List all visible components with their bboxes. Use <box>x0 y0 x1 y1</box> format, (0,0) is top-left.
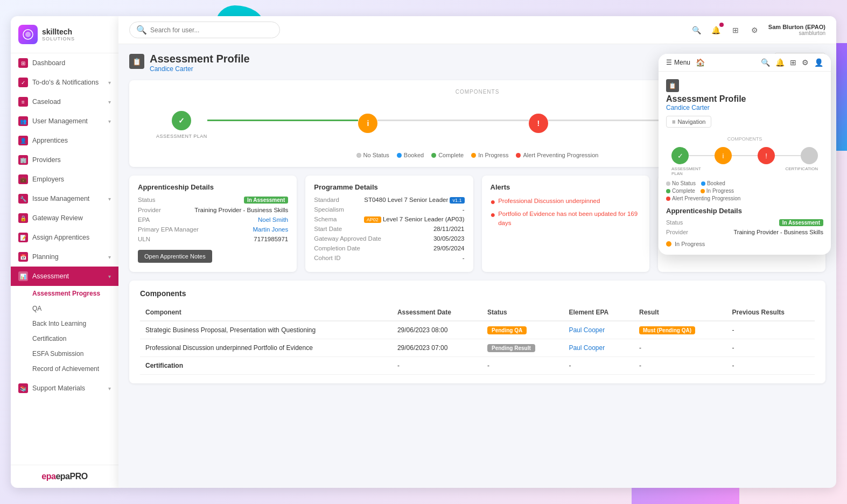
mobile-label-cert: CERTIFICATION <box>785 166 818 176</box>
mobile-settings-icon[interactable]: ⚙ <box>802 58 809 67</box>
mobile-legend-in-progress: In Progress <box>701 188 734 194</box>
sidebar-subitem-assessment-progress[interactable]: Assessment Progress <box>11 286 118 301</box>
step-3: ! <box>529 114 548 136</box>
mobile-user-icon[interactable]: 👤 <box>814 58 823 67</box>
table-row: Professional Discussion underpinned Port… <box>140 339 815 357</box>
col-assessment-date: Assessment Date <box>392 304 482 321</box>
sidebar-subitem-qa[interactable]: QA <box>11 301 118 316</box>
sidebar-item-todos[interactable]: ✓ To-do's & Notifications ▾ <box>11 73 118 92</box>
mobile-home-icon[interactable]: 🏠 <box>696 58 705 67</box>
alerts-card: Alerts ● Professional Discussion underpi… <box>482 176 649 272</box>
completion-date-value: 29/05/2024 <box>433 245 465 251</box>
mobile-menu-btn[interactable]: ☰ Menu <box>666 59 690 66</box>
mobile-body: 📋 Assessment Profile Candice Carter ≡ Na… <box>659 72 831 255</box>
mobile-grid-icon[interactable]: ⊞ <box>790 58 796 67</box>
components-table-card: Components Component Assessment Date Sta… <box>129 281 825 383</box>
row2-epa[interactable]: Paul Cooper <box>563 339 634 357</box>
row2-status: Pending Result <box>482 339 563 357</box>
sidebar-subitem-record-of-achievement[interactable]: Record of Achievement <box>11 361 118 376</box>
components-table-title: Components <box>140 289 815 298</box>
programme-details-card: Programme Details Standard ST0480 Level … <box>305 176 473 272</box>
mobile-step-1[interactable]: ✓ <box>671 147 689 164</box>
legend-dot-no-status <box>356 153 361 158</box>
page-title: Assessment Profile <box>150 53 250 65</box>
sidebar-nav: ⊞ Dashboard ✓ To-do's & Notifications ▾ … <box>11 53 118 465</box>
primary-epa-value[interactable]: Martin Jones <box>253 226 288 233</box>
sidebar-item-dashboard[interactable]: ⊞ Dashboard <box>11 53 118 73</box>
table-row: Strategic Business Proposal, Presentatio… <box>140 321 815 339</box>
search-icon-btn[interactable]: 🔍 <box>691 24 703 36</box>
col-previous-results: Previous Results <box>727 304 815 321</box>
svg-point-1 <box>25 32 31 37</box>
mobile-step-2[interactable]: i <box>715 147 732 164</box>
topbar: 🔍 🔍 🔔 ⊞ ⚙ Sam Blurton (EPAO) samblurton <box>118 16 836 44</box>
col-status: Status <box>482 304 563 321</box>
mobile-page-subtitle[interactable]: Candice Carter <box>666 104 823 111</box>
sidebar-item-caseload[interactable]: ≡ Caseload ▾ <box>11 92 118 111</box>
row1-date: 29/06/2023 08:00 <box>392 321 482 339</box>
sidebar-subitem-back-into-learning[interactable]: Back Into Learning <box>11 316 118 331</box>
legend-dot-complete <box>431 153 436 158</box>
step2-node[interactable]: i <box>358 114 377 133</box>
sidebar-item-issue-management[interactable]: 🔧 Issue Management ▾ <box>11 189 118 208</box>
sidebar-item-assign-apprentices[interactable]: 📝 Assign Apprentices <box>11 228 118 247</box>
provider-row: Provider Training Provider - Business Sk… <box>138 207 288 213</box>
mobile-dot-alert <box>666 197 670 201</box>
search-input[interactable] <box>150 26 273 34</box>
sidebar-item-user-management[interactable]: 👥 User Management ▾ <box>11 111 118 131</box>
alert-item-2: ● Portfolio of Evidence has not been upd… <box>491 209 641 228</box>
in-progress-label: In Progress <box>675 241 705 247</box>
row3-prev: - <box>727 357 815 375</box>
epa-value[interactable]: Noel Smith <box>258 216 288 223</box>
specialism-row: Specialism - <box>314 206 464 213</box>
mobile-connector-3 <box>775 155 801 156</box>
row2-date: 29/06/2023 07:00 <box>392 339 482 357</box>
pending-result-badge: Pending Result <box>487 344 535 352</box>
sidebar-item-planning[interactable]: 📅 Planning ▾ <box>11 247 118 267</box>
assessment-icon: 📊 <box>18 271 28 281</box>
row1-epa[interactable]: Paul Cooper <box>563 321 634 339</box>
sidebar-item-employers[interactable]: 💼 Employers <box>11 170 118 189</box>
sidebar-subitem-esfa-submission[interactable]: ESFA Submission <box>11 346 118 361</box>
step-2: i <box>358 114 377 136</box>
page-title-group: Assessment Profile Candice Carter <box>150 53 250 73</box>
mobile-status-row: Status In Assessment <box>666 219 823 226</box>
grid-icon[interactable]: ⊞ <box>730 24 741 36</box>
row3-component: Certification <box>140 357 392 375</box>
logo-icon <box>18 25 38 44</box>
epa-row: EPA Noel Smith <box>138 216 288 223</box>
mobile-step-3[interactable]: ! <box>758 147 775 164</box>
sidebar-item-support-materials[interactable]: 📚 Support Materials ▾ <box>11 379 118 398</box>
sidebar-subitem-certification[interactable]: Certification <box>11 331 118 346</box>
sidebar-item-gateway-review[interactable]: 🔒 Gateway Review <box>11 208 118 228</box>
mobile-legend: No Status Booked Complete In Progress <box>666 180 823 201</box>
alert-text-2: Portfolio of Evidence has not been updat… <box>498 209 641 228</box>
mobile-nav-button[interactable]: ≡ Navigation <box>666 116 711 128</box>
epapro-logo: epaepaPRO <box>18 472 111 481</box>
user-management-icon: 👥 <box>18 116 28 126</box>
page-subtitle-link[interactable]: Candice Carter <box>150 65 250 73</box>
support-icon: 📚 <box>18 383 28 393</box>
open-notes-button[interactable]: Open Apprentice Notes <box>138 250 212 263</box>
step3-node[interactable]: ! <box>529 114 548 133</box>
employers-icon: 💼 <box>18 174 28 184</box>
notification-bell-icon[interactable]: 🔔 <box>710 24 722 36</box>
gateway-date-key: Gateway Approved Date <box>314 235 381 242</box>
legend-dot-booked <box>397 153 402 158</box>
mobile-step-certification[interactable] <box>801 147 818 164</box>
mobile-step-labels: ASSESSMENTPLAN CERTIFICATION <box>666 166 823 176</box>
mobile-nav-icon: ≡ <box>672 118 675 125</box>
assessment-plan-node[interactable]: ✓ <box>172 111 191 130</box>
settings-icon[interactable]: ⚙ <box>749 24 761 36</box>
search-box[interactable]: 🔍 <box>129 22 280 38</box>
mobile-search-icon[interactable]: 🔍 <box>761 58 770 67</box>
mobile-provider-value: Training Provider - Business Skills <box>734 229 823 235</box>
version-badge: v1.1 <box>450 197 464 204</box>
legend-dot-in-progress <box>471 153 476 158</box>
apprenticeship-details-card: Apprenticeship Details Status In Assessm… <box>129 176 297 272</box>
mobile-bell-icon[interactable]: 🔔 <box>775 58 785 67</box>
sidebar-item-apprentices[interactable]: 👤 Apprentices <box>11 131 118 150</box>
sidebar-item-providers[interactable]: 🏢 Providers <box>11 150 118 170</box>
sidebar-item-assessment[interactable]: 📊 Assessment ▾ <box>11 267 118 286</box>
ap-badge: AP02 <box>364 216 381 223</box>
